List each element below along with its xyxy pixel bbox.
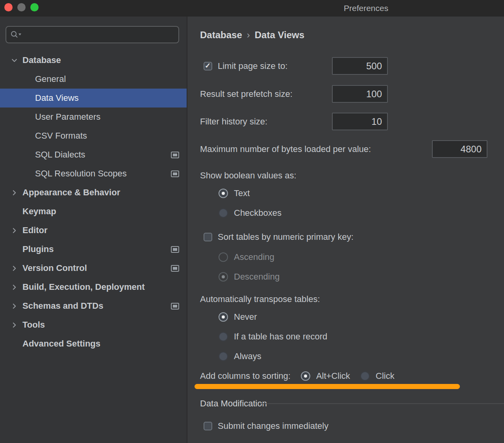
chevron-right-icon[interactable] — [10, 189, 18, 196]
sidebar-item-appearance-behavior[interactable]: Appearance & Behavior — [0, 183, 187, 202]
show-boolean-radio-group: TextCheckboxes — [187, 184, 491, 223]
limit-page-size-input[interactable] — [332, 57, 388, 75]
sidebar-item-label: Editor — [22, 225, 48, 235]
close-button[interactable] — [4, 3, 13, 11]
radio-unselected-icon[interactable] — [219, 352, 228, 361]
sort-direction-radio-group: AscendingDescending — [187, 247, 491, 287]
prefetch-input[interactable] — [332, 85, 388, 103]
radio-selected-icon[interactable] — [219, 312, 228, 322]
transpose-label: Automatically transpose tables: — [200, 294, 320, 304]
radio-option-never[interactable]: Never — [187, 307, 491, 327]
settings-tree: DatabaseGeneralData ViewsUser Parameters… — [0, 51, 187, 353]
sidebar-item-editor[interactable]: Editor — [0, 221, 187, 240]
sidebar-item-sql-resolution-scopes[interactable]: SQL Resolution Scopes — [0, 164, 187, 183]
section-divider-line — [260, 403, 504, 404]
radio-option-descending: Descending — [187, 267, 491, 287]
search-icon — [10, 30, 22, 39]
chevron-down-icon[interactable] — [10, 56, 18, 64]
radio-option-label: Ascending — [234, 252, 274, 262]
breadcrumb-parent[interactable]: Database — [200, 30, 242, 41]
transpose-row: Automatically transpose tables: — [200, 290, 320, 308]
limit-page-size-row: Limit page size to: — [204, 57, 287, 75]
radio-option-click[interactable]: Click — [350, 367, 395, 385]
data-modification-section-title: Data Modification — [200, 395, 267, 412]
sidebar-item-general[interactable]: General — [0, 70, 187, 89]
show-boolean-row: Show boolean values as: — [200, 167, 296, 184]
settings-search-box[interactable] — [6, 26, 179, 43]
settings-search-input[interactable] — [24, 30, 174, 40]
sidebar-item-label: Appearance & Behavior — [22, 187, 120, 198]
radio-unselected-icon[interactable] — [219, 332, 228, 341]
radio-selected-icon — [219, 272, 228, 282]
radio-option-label: Never — [234, 312, 257, 322]
sidebar-item-keymap[interactable]: Keymap — [0, 202, 187, 221]
sidebar-item-plugins[interactable]: Plugins — [0, 240, 187, 259]
radio-option-always[interactable]: Always — [187, 347, 491, 366]
sidebar-item-database[interactable]: Database — [0, 51, 187, 70]
sidebar-item-csv-formats[interactable]: CSV Formats — [0, 126, 187, 145]
chevron-spacer — [10, 245, 18, 253]
sidebar-item-advanced-settings[interactable]: Advanced Settings — [0, 334, 187, 353]
window-title: Preferences — [344, 0, 388, 17]
submit-changes-row: Submit changes immediately — [204, 417, 328, 435]
monitor-icon — [171, 171, 179, 177]
sidebar-item-tools[interactable]: Tools — [0, 315, 187, 334]
sort-tables-checkbox[interactable] — [204, 233, 212, 241]
max-bytes-row: Maximum number of bytes loaded per value… — [200, 140, 371, 158]
radio-unselected-icon[interactable] — [219, 208, 228, 218]
sidebar-item-user-parameters[interactable]: User Parameters — [0, 108, 187, 126]
radio-option-ascending: Ascending — [187, 247, 491, 267]
transpose-radio-group: NeverIf a table has one recordAlways — [187, 307, 491, 366]
radio-option-label: Descending — [234, 272, 280, 282]
limit-page-size-checkbox[interactable] — [204, 62, 212, 70]
sidebar-item-label: Keymap — [22, 206, 56, 217]
filter-history-input[interactable] — [332, 113, 388, 130]
sidebar-item-version-control[interactable]: Version Control — [0, 259, 187, 278]
radio-option-alt-click[interactable]: Alt+Click — [291, 367, 350, 385]
radio-selected-icon[interactable] — [219, 189, 228, 198]
add-columns-radio-group: Alt+ClickClick — [291, 367, 395, 385]
sidebar-item-label: General — [35, 74, 66, 84]
sidebar-divider — [187, 17, 187, 443]
add-columns-label: Add columns to sorting: — [200, 371, 291, 381]
limit-page-size-label: Limit page size to: — [218, 61, 287, 71]
radio-selected-icon[interactable] — [301, 371, 310, 381]
max-bytes-input[interactable] — [432, 140, 487, 158]
radio-option-label: If a table has one record — [234, 332, 327, 342]
sidebar-item-label: Tools — [22, 320, 45, 330]
preferences-window: DatabaseGeneralData ViewsUser Parameters… — [0, 0, 504, 443]
radio-option-text[interactable]: Text — [187, 184, 491, 203]
settings-sidebar: DatabaseGeneralData ViewsUser Parameters… — [0, 0, 187, 443]
breadcrumb-separator-icon: › — [247, 30, 250, 41]
sidebar-item-build-execution-deployment[interactable]: Build, Execution, Deployment — [0, 278, 187, 297]
add-columns-row: Add columns to sorting: Alt+ClickClick — [200, 367, 395, 385]
monitor-icon — [171, 152, 179, 158]
show-boolean-label: Show boolean values as: — [200, 171, 296, 181]
zoom-button[interactable] — [30, 3, 39, 11]
radio-unselected-icon[interactable] — [360, 371, 370, 381]
sidebar-item-label: Plugins — [22, 244, 54, 254]
radio-option-if-a-table-has-one-record[interactable]: If a table has one record — [187, 327, 491, 347]
monitor-icon — [171, 303, 179, 310]
radio-option-checkboxes[interactable]: Checkboxes — [187, 203, 491, 223]
chevron-right-icon[interactable] — [10, 302, 18, 310]
filter-history-row: Filter history size: — [200, 113, 267, 130]
sidebar-item-label: Data Views — [35, 93, 79, 103]
radio-option-label: Click — [376, 371, 395, 381]
sidebar-item-schemas-and-dtds[interactable]: Schemas and DTDs — [0, 297, 187, 315]
chevron-spacer — [10, 208, 18, 215]
sidebar-item-label: CSV Formats — [35, 131, 87, 141]
sidebar-item-data-views[interactable]: Data Views — [0, 89, 187, 108]
chevron-right-icon[interactable] — [10, 264, 18, 272]
submit-changes-checkbox[interactable] — [204, 422, 212, 430]
data-views-settings-panel: Database › Data Views Limit page size to… — [187, 0, 504, 443]
minimize-button[interactable] — [17, 3, 26, 11]
sidebar-item-label: Version Control — [22, 263, 87, 273]
breadcrumb-current: Data Views — [255, 30, 304, 41]
chevron-right-icon[interactable] — [10, 226, 18, 234]
sidebar-item-label: Build, Execution, Deployment — [22, 282, 145, 292]
chevron-right-icon[interactable] — [10, 321, 18, 329]
chevron-right-icon[interactable] — [10, 283, 18, 291]
prefetch-label: Result set prefetch size: — [200, 89, 293, 99]
sidebar-item-sql-dialects[interactable]: SQL Dialects — [0, 145, 187, 164]
